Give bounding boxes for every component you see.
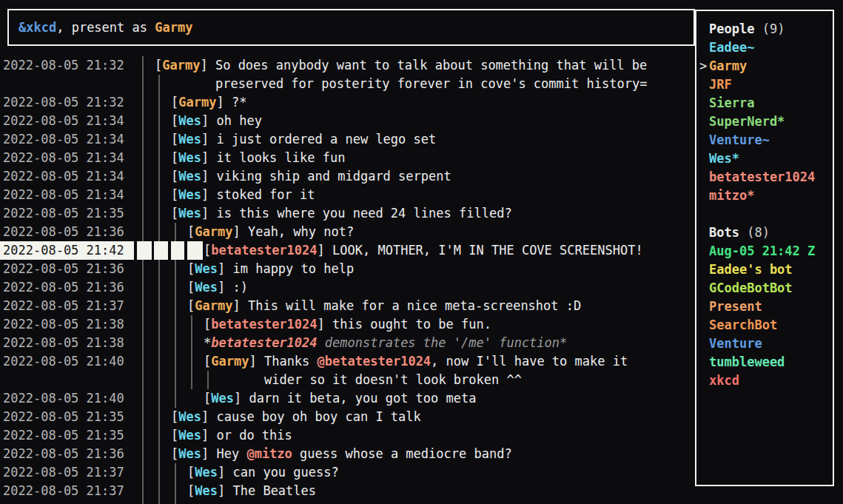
- chat-log: 2022-08-05 21:32[Garmy] So does anybody …: [0, 56, 692, 504]
- nick-label: Wes: [178, 169, 201, 184]
- message-text: wider so it doesn't look broken ^^: [264, 371, 522, 389]
- member-name: SuperNerd*: [709, 114, 785, 129]
- chat-line[interactable]: 2022-08-05 21:36[Wes] :): [0, 278, 692, 297]
- message-part: [: [187, 261, 195, 276]
- nick-label: Garmy: [195, 298, 232, 313]
- message-part: , now I'll have to make it: [431, 354, 628, 369]
- message-part: [: [171, 150, 178, 165]
- nick-label: Wes: [195, 483, 218, 498]
- sidebar-spacer: [696, 205, 833, 224]
- thread-guide-bar: [207, 371, 209, 389]
- bot-list-item[interactable]: Venture: [696, 335, 833, 353]
- chat-line[interactable]: 2022-08-05 21:35[Wes] or do this: [0, 426, 692, 445]
- member-name: xkcd: [709, 373, 739, 388]
- nick-label: Garmy: [162, 58, 200, 73]
- bot-list-item[interactable]: SearchBot: [696, 316, 833, 335]
- message-part: ]: [249, 354, 263, 369]
- chat-line[interactable]: 2022-08-05 21:34[Wes] oh hey: [0, 112, 692, 130]
- chat-line[interactable]: wider so it doesn't look broken ^^: [0, 371, 692, 389]
- chat-line[interactable]: 2022-08-05 21:37[Garmy] This will make f…: [0, 297, 692, 315]
- timestamp: 2022-08-05 21:42: [3, 241, 124, 260]
- message-part: ]: [218, 483, 232, 498]
- people-list-item[interactable]: >Garmy: [696, 57, 833, 75]
- chat-line[interactable]: 2022-08-05 21:36[Garmy] Yeah, why not?: [0, 223, 692, 241]
- nick-label: Wes: [178, 428, 201, 443]
- chat-line[interactable]: 2022-08-05 21:34[Wes] stoked for it: [0, 186, 692, 204]
- bot-list-item[interactable]: Eadee's bot: [696, 261, 833, 279]
- message-text: [betatester1024] LOOK, MOTHER, I'M IN TH…: [204, 241, 643, 260]
- chat-line[interactable]: 2022-08-05 21:34[Wes] it looks like fun: [0, 149, 692, 167]
- timestamp: 2022-08-05 21:40: [3, 389, 124, 408]
- timestamp: 2022-08-05 21:34: [3, 130, 124, 149]
- timestamp: 2022-08-05 21:34: [3, 186, 124, 204]
- message-part: cause boy oh boy can I talk: [216, 409, 420, 424]
- nick-label: betatester1024: [211, 243, 317, 258]
- timestamp: 2022-08-05 21:32: [3, 93, 124, 112]
- timestamp: 2022-08-05 21:37: [3, 463, 124, 482]
- chat-line[interactable]: 2022-08-05 21:35[Wes] is this where you …: [0, 204, 692, 223]
- chat-line[interactable]: 2022-08-05 21:37[Wes] The Beatles: [0, 482, 692, 500]
- timestamp: 2022-08-05 21:35: [3, 426, 124, 445]
- chat-line[interactable]: 2022-08-05 21:35[Wes] cause boy oh boy c…: [0, 408, 692, 426]
- chat-line[interactable]: 2022-08-05 21:32[Garmy] ?*: [0, 93, 692, 112]
- message-text: [Garmy] So does anybody want to talk abo…: [155, 56, 647, 75]
- message-part: oh hey: [216, 113, 261, 128]
- message-part: i just ordered a new lego set: [216, 132, 436, 147]
- bot-list-item[interactable]: tumbleweed: [696, 353, 833, 372]
- message-part: [: [171, 187, 178, 202]
- people-list-item[interactable]: JRF: [696, 75, 833, 94]
- message-part: ]: [232, 224, 247, 239]
- people-list-item[interactable]: betatester1024: [696, 168, 833, 187]
- chat-line[interactable]: 2022-08-05 21:38*betatester1024 demonstr…: [0, 334, 692, 352]
- member-name: SearchBot: [709, 317, 777, 332]
- chat-line[interactable]: 2022-08-05 21:42[betatester1024] LOOK, M…: [0, 241, 692, 260]
- timestamp: 2022-08-05 21:36: [3, 260, 124, 278]
- message-part: this ought to be fun.: [332, 317, 491, 332]
- chat-line[interactable]: 2022-08-05 21:38[betatester1024] this ou…: [0, 315, 692, 334]
- message-part: stoked for it: [216, 187, 315, 202]
- people-list-item[interactable]: Wes*: [696, 149, 833, 168]
- chat-line[interactable]: 2022-08-05 21:40[Wes] darn it beta, you …: [0, 389, 692, 408]
- people-list-item[interactable]: Eadee~: [696, 38, 833, 57]
- bots-section-title: Bots (8): [696, 224, 833, 242]
- message-text: [Wes] :): [187, 278, 248, 297]
- timestamp: 2022-08-05 21:38: [3, 315, 124, 334]
- chat-line[interactable]: 2022-08-05 21:32[Garmy] So does anybody …: [0, 56, 692, 75]
- message-part: [: [171, 113, 178, 128]
- people-list-item[interactable]: SuperNerd*: [696, 112, 833, 131]
- nick-label: Wes: [178, 409, 201, 424]
- member-name: tumbleweed: [709, 355, 785, 369]
- bot-list-item[interactable]: GCodeBotBot: [696, 279, 833, 298]
- message-part: [: [187, 483, 195, 498]
- message-text: [Wes] im happy to help: [187, 260, 354, 278]
- message-part: ]: [201, 169, 216, 184]
- message-part: [: [187, 280, 195, 295]
- member-sidebar: People (9)Eadee~>GarmyJRFSierraSuperNerd…: [695, 10, 834, 486]
- timestamp: 2022-08-05 21:37: [3, 482, 124, 500]
- thread-guide-bar: [175, 463, 176, 504]
- people-list-item[interactable]: Venture~: [696, 131, 833, 149]
- timestamp: 2022-08-05 21:34: [3, 112, 124, 130]
- people-section-title: People (9): [696, 20, 833, 38]
- member-name: Venture~: [709, 132, 770, 147]
- chat-line[interactable]: 2022-08-05 21:36[Wes] im happy to help: [0, 260, 692, 278]
- message-part: darn it beta, you got too meta: [249, 391, 476, 406]
- message-part: ]: [216, 95, 231, 110]
- bot-list-item[interactable]: xkcd: [696, 372, 833, 390]
- chat-line[interactable]: 2022-08-05 21:40[Garmy] Thanks @betatest…: [0, 352, 692, 371]
- people-list-item[interactable]: mitzo*: [696, 187, 833, 205]
- chat-line[interactable]: 2022-08-05 21:37[Wes] can you guess?: [0, 463, 692, 482]
- chat-line[interactable]: 2022-08-05 21:34[Wes] i just ordered a n…: [0, 130, 692, 149]
- message-text: [Wes] Hey @mitzo guess whose a mediocre …: [171, 445, 512, 463]
- bot-list-item[interactable]: Aug-05 21:42 Z: [696, 242, 833, 261]
- people-list-item[interactable]: Sierra: [696, 94, 833, 112]
- bot-list-item[interactable]: Present: [696, 298, 833, 316]
- nick-label: Wes: [195, 261, 218, 276]
- member-name: Eadee's bot: [709, 262, 793, 277]
- message-part: or do this: [216, 428, 292, 443]
- timestamp: 2022-08-05 21:36: [3, 223, 124, 241]
- chat-line[interactable]: 2022-08-05 21:36[Wes] Hey @mitzo guess w…: [0, 445, 692, 463]
- nick-label: Wes: [178, 150, 201, 165]
- chat-line[interactable]: 2022-08-05 21:34[Wes] viking ship and mi…: [0, 167, 692, 186]
- chat-line[interactable]: preserved for posterity forever in cove'…: [0, 75, 692, 93]
